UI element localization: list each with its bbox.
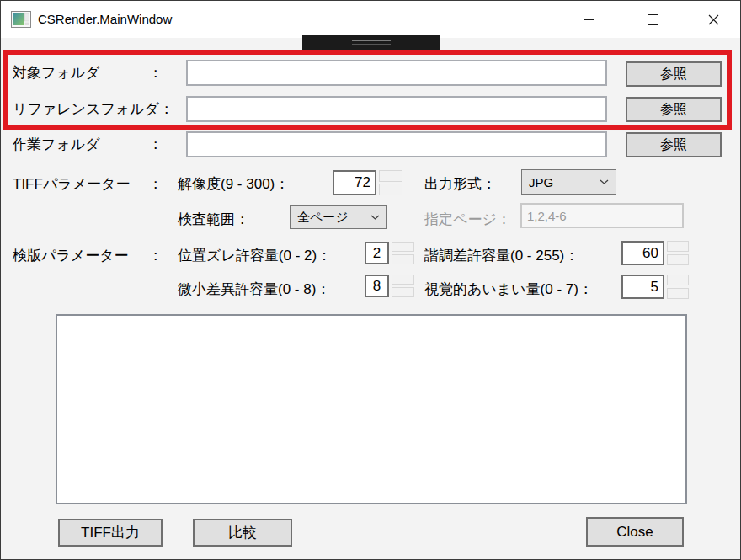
- tiff-output-button[interactable]: TIFF出力: [58, 519, 163, 547]
- visual-ambiguity-down-button[interactable]: [667, 288, 689, 299]
- target-folder-browse-button[interactable]: 参照: [626, 61, 722, 87]
- minor-diff-input[interactable]: [365, 275, 389, 297]
- chevron-down-icon: [600, 179, 609, 185]
- page-spec-input: [520, 203, 684, 228]
- visual-ambiguity-label: 視覚的あいまい量(0 - 7)：: [424, 280, 593, 299]
- toolbar-grip-icon: [352, 44, 391, 45]
- chevron-down-icon: [370, 215, 380, 221]
- resolution-label: 解像度(9 - 300)：: [178, 174, 289, 194]
- minor-diff-down-button[interactable]: [392, 287, 414, 297]
- minimize-icon: [584, 19, 594, 20]
- minor-diff-label: 微小差異許容量(0 - 8)：: [178, 280, 330, 299]
- resolution-down-button[interactable]: [379, 184, 402, 195]
- app-window-icon: [11, 11, 31, 28]
- target-folder-label: 対象フォルダ ：: [13, 63, 163, 83]
- visual-ambiguity-spinner: [667, 275, 689, 299]
- close-window-button[interactable]: [695, 4, 732, 35]
- output-format-select[interactable]: JPG: [521, 169, 616, 195]
- maximize-icon: [648, 14, 658, 25]
- reference-folder-browse-button[interactable]: 参照: [626, 97, 722, 122]
- position-shift-down-button[interactable]: [392, 254, 414, 264]
- reference-folder-input[interactable]: [186, 96, 607, 122]
- inspection-range-label: 検査範囲：: [178, 210, 249, 229]
- toolbar-grip-icon: [352, 40, 391, 41]
- close-icon: [708, 14, 719, 25]
- output-format-label: 出力形式：: [424, 174, 496, 194]
- close-button[interactable]: Close: [586, 517, 684, 547]
- tone-diff-label: 諧調差許容量(0 - 255)：: [424, 246, 578, 265]
- tiff-params-label: TIFFパラメーター ：: [13, 174, 163, 194]
- work-folder-browse-button[interactable]: 参照: [626, 132, 722, 157]
- work-folder-input[interactable]: [186, 131, 607, 157]
- visual-ambiguity-up-button[interactable]: [667, 275, 689, 285]
- titlebar[interactable]: CSRender.MainWindow: [1, 1, 740, 38]
- maximize-button[interactable]: [634, 4, 671, 35]
- log-textarea[interactable]: [56, 314, 687, 504]
- tone-diff-up-button[interactable]: [667, 241, 689, 252]
- position-shift-label: 位置ズレ許容量(0 - 2)：: [178, 246, 331, 265]
- tone-diff-down-button[interactable]: [667, 254, 689, 265]
- compare-button[interactable]: 比較: [193, 519, 292, 547]
- work-folder-label: 作業フォルダ ：: [13, 135, 163, 154]
- minimize-button[interactable]: [570, 4, 607, 35]
- resolution-up-button[interactable]: [379, 170, 402, 182]
- tone-diff-spinner: [667, 241, 689, 265]
- inspection-range-select[interactable]: 全ページ: [290, 205, 387, 229]
- target-folder-input[interactable]: [186, 60, 607, 86]
- position-shift-up-button[interactable]: [392, 242, 414, 252]
- position-shift-input[interactable]: [365, 242, 389, 264]
- page-spec-label: 指定ページ：: [424, 210, 511, 229]
- minor-diff-up-button[interactable]: [392, 275, 414, 285]
- position-shift-spinner: [392, 242, 414, 264]
- reference-folder-label: リファレンスフォルダ ：: [13, 99, 163, 119]
- visual-ambiguity-input[interactable]: [621, 275, 664, 299]
- minor-diff-spinner: [392, 275, 414, 297]
- resolution-spinner: [379, 170, 402, 195]
- window-title: CSRender.MainWindow: [38, 1, 172, 38]
- check-params-label: 検版パラメーター ：: [13, 246, 163, 265]
- debug-toolbar[interactable]: [302, 35, 440, 50]
- main-window: CSRender.MainWindow 対象フォルダ ： 参照 リファレンスフォ…: [0, 0, 741, 560]
- resolution-input[interactable]: [333, 170, 376, 195]
- tone-diff-input[interactable]: [621, 241, 664, 265]
